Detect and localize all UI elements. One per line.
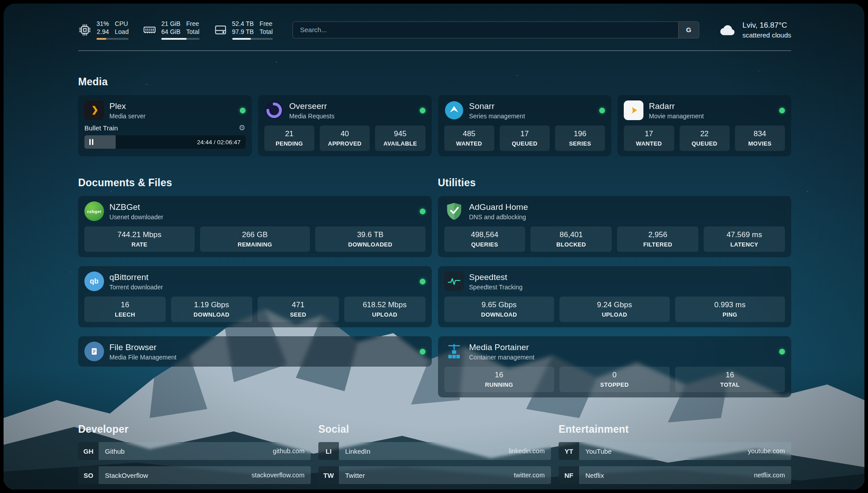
bookmark-github[interactable]: GH Github github.com (78, 442, 311, 460)
portainer-subtitle: Container management (469, 354, 534, 361)
stat-label: RATE (87, 241, 192, 248)
adguard-stats: 498,564 QUERIES 86,401 BLOCKED 2,956 FIL… (444, 226, 785, 252)
media-section: Media Plex Media server (78, 76, 791, 156)
sonarr-stats: 485 WANTED 17 QUEUED 196 SERIES (444, 125, 605, 151)
stat-value: 834 (737, 130, 783, 138)
topbar-divider (78, 50, 791, 51)
stat-value: 86,401 (533, 230, 609, 239)
filebrowser-card[interactable]: File Browser Media File Management (78, 336, 432, 367)
overseerr-card[interactable]: Overseerr Media Requests 21 PENDING 40 A… (258, 95, 432, 156)
stat-label: WANTED (447, 140, 492, 147)
adguard-card[interactable]: AdGuard Home DNS and adblocking 498,564 … (438, 196, 792, 257)
sonarr-card[interactable]: Sonarr Series management 485 WANTED 17 Q… (438, 95, 612, 156)
bookmark-stackoverflow[interactable]: SO StackOverflow stackoverflow.com (78, 466, 311, 484)
stat-tile: 485 WANTED (444, 125, 494, 151)
plex-icon (84, 100, 104, 120)
radarr-icon (624, 100, 643, 120)
cpu-percent: 31% (96, 20, 109, 28)
plex-status-dot (240, 108, 246, 113)
stat-tile: 16 LEECH (84, 297, 166, 322)
bookmark-linkedin[interactable]: LI LinkedIn linkedin.com (318, 442, 551, 460)
bookmark-netflix[interactable]: NF Netflix netflix.com (559, 466, 791, 484)
stat-label: APPROVED (322, 140, 367, 147)
bookmark-name: LinkedIn (345, 447, 371, 455)
search-engine-button[interactable]: G (678, 22, 699, 38)
disk-stat-body: 52.4 TB 97.9 TB Free Total (232, 20, 273, 40)
stat-label: UPLOAD (562, 311, 668, 318)
nzbget-card[interactable]: nzbget NZBGet Usenet downloader 744.21 M… (78, 196, 432, 257)
stat-label: SERIES (557, 140, 603, 147)
stat-tile: 40 APPROVED (320, 125, 370, 151)
nzbget-status-dot (420, 209, 426, 214)
stat-tile: 16 RUNNING (444, 367, 555, 392)
weather-widget: Lviv, 16.87°C scattered clouds (719, 21, 791, 39)
portainer-card[interactable]: Media Portainer Container management 16 … (438, 336, 792, 397)
cpu-load-value: 2.94 (97, 28, 109, 36)
radarr-card[interactable]: Radarr Movie management 17 WANTED 22 QUE… (618, 95, 791, 156)
bookmark-url: netflix.com (754, 472, 785, 479)
stat-label: FILTERED (619, 241, 696, 248)
top-bar: 31% 2.94 CPU Load (78, 4, 791, 40)
bookmark-name: StackOverflow (105, 472, 148, 479)
pause-icon[interactable] (89, 139, 93, 145)
search-input[interactable] (293, 22, 678, 38)
filebrowser-name: File Browser (109, 343, 176, 352)
qbittorrent-card[interactable]: qb qBittorrent Torrent downloader 16 (78, 266, 432, 327)
radarr-subtitle: Movie management (649, 113, 704, 120)
dashboard-page: 31% 2.94 CPU Load (4, 4, 864, 489)
bookmark-youtube[interactable]: YT YouTube youtube.com (559, 442, 791, 460)
stat-value: 744.21 Mbps (87, 230, 192, 239)
stat-tile: 47.569 ms LATENCY (704, 226, 785, 252)
stat-tile: 17 WANTED (624, 125, 674, 151)
stat-tile: 2,956 FILTERED (617, 226, 698, 252)
speedtest-stats: 9.65 Gbps DOWNLOAD 9.24 Gbps UPLOAD 0.99… (444, 297, 785, 322)
nzbget-icon-text: nzbget (87, 209, 101, 214)
disk-total-label: Total (259, 28, 273, 36)
stat-value: 498,564 (447, 230, 523, 239)
bookmark-twitter[interactable]: TW Twitter twitter.com (318, 466, 551, 484)
stat-value: 16 (677, 371, 783, 380)
bookmark-url: twitter.com (514, 472, 545, 479)
stat-value: 266 GB (202, 230, 308, 239)
documents-section-title: Documents & Files (78, 177, 432, 189)
entertainment-section-title: Entertainment (559, 423, 791, 435)
stat-tile: 618.52 Mbps UPLOAD (344, 297, 426, 322)
stat-value: 47.569 ms (706, 230, 783, 239)
stat-label: BLOCKED (533, 241, 609, 248)
netflix-badge: NF (559, 466, 579, 484)
radarr-stats: 17 WANTED 22 QUEUED 834 MOVIES (624, 125, 785, 151)
stat-tile: 22 QUEUED (680, 125, 730, 151)
stat-label: QUEUED (502, 140, 547, 147)
github-badge: GH (78, 442, 99, 460)
ram-progress-track (161, 38, 199, 40)
stat-value: 39.6 TB (317, 230, 423, 239)
stat-tile: 1.19 Gbps DOWNLOAD (171, 297, 252, 322)
stat-tile: 21 PENDING (264, 125, 314, 151)
overseerr-stats: 21 PENDING 40 APPROVED 945 AVAILABLE (264, 125, 426, 151)
ram-total-value: 64 GiB (161, 28, 180, 36)
stat-value: 40 (322, 130, 367, 138)
stat-tile: 17 QUEUED (500, 125, 550, 151)
nzbget-stats: 744.21 Mbps RATE 266 GB REMAINING 39.6 T… (84, 226, 426, 252)
stat-label: REMAINING (202, 241, 308, 248)
stat-tile: 471 SEED (258, 297, 339, 322)
radarr-status-dot (779, 108, 785, 113)
gear-icon[interactable]: ⚙ (239, 124, 246, 132)
plex-card[interactable]: Plex Media server Bullet Train ⚙ 24:44 /… (78, 95, 252, 156)
sonarr-status-dot (599, 108, 605, 113)
stat-label: DOWNLOAD (447, 311, 552, 318)
stat-label: MOVIES (737, 140, 783, 147)
bookmark-name: Twitter (345, 472, 365, 479)
ram-stat: 21 GiB 64 GiB Free Total (143, 20, 199, 40)
disk-progress-track (232, 38, 273, 40)
adguard-name: AdGuard Home (469, 202, 528, 212)
plex-time: 24:44 / 02:06:47 (197, 139, 241, 146)
nzbget-icon: nzbget (84, 201, 104, 221)
speedtest-name: Speedtest (469, 272, 523, 282)
speedtest-card[interactable]: Speedtest Speedtest Tracking 9.65 Gbps D… (438, 266, 792, 327)
stat-value: 471 (260, 301, 337, 309)
stat-tile: 9.65 Gbps DOWNLOAD (444, 297, 555, 322)
plex-progress-bar[interactable]: 24:44 / 02:06:47 (84, 135, 246, 149)
ram-free-label: Free (186, 20, 200, 28)
developer-section-title: Developer (78, 423, 311, 435)
